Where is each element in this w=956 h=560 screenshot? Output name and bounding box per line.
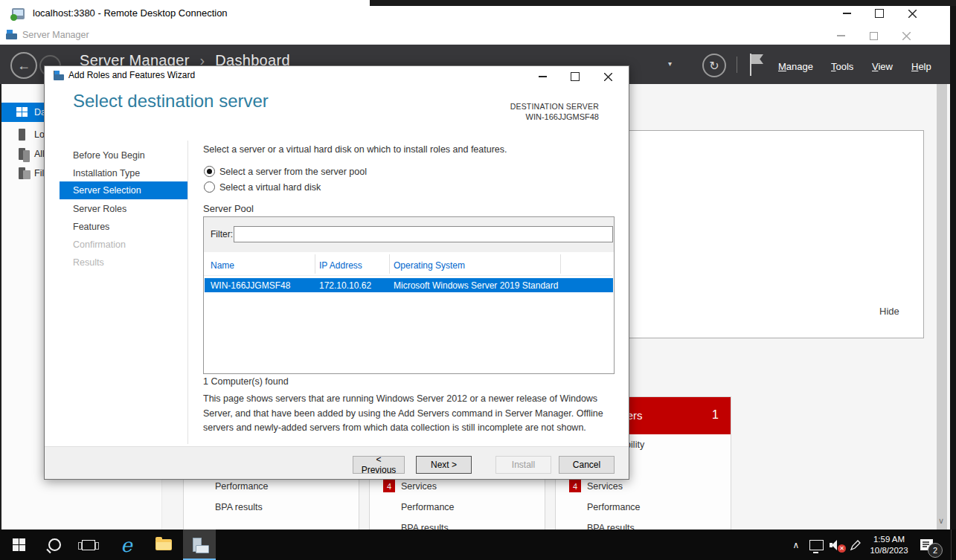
add-roles-features-wizard-dialog: Add Roles and Features Wizard Select des… [44, 65, 629, 480]
wizard-intro-text: Select a server or a virtual hard disk o… [203, 144, 507, 155]
column-separator [315, 254, 315, 274]
notification-count-badge[interactable]: 2 [928, 543, 943, 558]
file-storage-icon [19, 167, 25, 179]
column-header-ip-address[interactable]: IP Address [319, 260, 362, 271]
wizard-close-button[interactable] [591, 68, 624, 85]
wizard-titlebar: Add Roles and Features Wizard [45, 66, 629, 85]
column-separator [389, 254, 390, 274]
restore-icon [870, 32, 878, 40]
wizard-step-server-selection[interactable]: Server Selection [60, 181, 187, 199]
menu-manage[interactable]: Manage [778, 59, 813, 73]
tray-volume-button[interactable]: ✕ [826, 530, 847, 560]
filter-label: Filter: [211, 229, 233, 239]
vertical-scrollbar[interactable] [937, 84, 947, 530]
menu-help[interactable]: Help [911, 59, 931, 73]
next-button[interactable]: Next > [416, 456, 472, 474]
search-button[interactable] [39, 530, 70, 560]
minimize-icon [843, 13, 851, 14]
server-pool-box: Filter: Name IP Address Operating System… [203, 216, 615, 374]
back-button[interactable]: ← [10, 52, 37, 79]
show-desktop-divider[interactable] [951, 530, 952, 560]
filter-input[interactable] [234, 226, 613, 242]
windows-logo-icon [13, 538, 25, 551]
server-manager-titlebar: Server Manager [0, 26, 950, 45]
tile-row-performance[interactable]: Performance [215, 481, 269, 492]
file-explorer-button[interactable] [147, 530, 180, 560]
server-pool-section-title: Server Pool [203, 203, 254, 214]
column-header-name[interactable]: Name [211, 260, 234, 271]
rdp-maximize-button[interactable] [863, 5, 896, 22]
radio-select-vhd[interactable] [204, 181, 215, 193]
tray-clock[interactable]: 1:59 AM 10/8/2023 [862, 530, 917, 560]
menu-tools[interactable]: Tools [831, 59, 853, 73]
server-pool-filter-bar: Filter: [204, 217, 614, 252]
close-icon [908, 10, 917, 18]
server-manager-window-title: Server Manager [22, 30, 89, 40]
wizard-step-installation-type[interactable]: Installation Type [73, 168, 140, 178]
tile-row-services[interactable]: Services [401, 481, 437, 492]
server-manager-app-icon [6, 30, 17, 39]
wizard-page-heading: Select destination server [73, 91, 269, 112]
column-separator [560, 254, 561, 274]
services-alert-badge[interactable]: 4 [383, 480, 395, 492]
radio-select-server-pool[interactable] [204, 166, 215, 177]
tile-row-performance[interactable]: Performance [401, 502, 455, 512]
tile-row-services[interactable]: Services [587, 481, 623, 492]
refresh-button[interactable]: ↻ [702, 54, 726, 77]
tray-show-hidden-icons-button[interactable]: ∧ [787, 530, 805, 560]
wizard-minimize-button[interactable] [526, 68, 559, 85]
dashboard-icon [16, 107, 28, 118]
wizard-step-label: Server Selection [73, 185, 141, 196]
rdp-minimize-button[interactable] [830, 5, 863, 22]
wizard-nav-divider [187, 141, 188, 444]
wizard-maximize-button[interactable] [559, 68, 591, 85]
previous-button[interactable]: < Previous [353, 456, 405, 474]
radio-select-vhd-label[interactable]: Select a virtual hard disk [219, 182, 321, 193]
file-explorer-icon [155, 539, 172, 550]
tray-network-button[interactable] [806, 530, 826, 560]
wizard-step-before-you-begin[interactable]: Before You Begin [73, 150, 145, 161]
wizard-step-results: Results [73, 257, 104, 268]
cancel-button[interactable]: Cancel [559, 456, 615, 474]
maximize-icon [571, 72, 580, 81]
start-button[interactable] [3, 530, 34, 560]
minimize-icon [837, 35, 845, 36]
hide-welcome-link[interactable]: Hide [879, 306, 899, 317]
sm-minimize-button[interactable] [824, 28, 857, 44]
destination-server-label: DESTINATION SERVER [510, 102, 599, 111]
scrollbar-down-arrow[interactable]: ∨ [938, 516, 944, 526]
server-manager-taskbar-button[interactable] [183, 530, 216, 560]
notifications-flag-icon[interactable] [750, 54, 766, 76]
wizard-step-features[interactable]: Features [73, 222, 109, 232]
radio-select-server-pool-label[interactable]: Select a server from the server pool [219, 167, 367, 177]
wizard-step-server-roles[interactable]: Server Roles [73, 204, 126, 214]
tile-row-performance[interactable]: Performance [587, 502, 641, 512]
chevron-down-icon[interactable]: ▾ [668, 59, 672, 68]
internet-explorer-icon: e [121, 535, 132, 555]
sm-restore-button[interactable] [857, 28, 890, 44]
header-divider [737, 57, 737, 73]
services-alert-badge[interactable]: 4 [569, 480, 581, 492]
tile-row-bpa-results[interactable]: BPA results [215, 502, 263, 512]
tray-date: 10/8/2023 [870, 545, 908, 556]
pen-icon [850, 539, 862, 551]
menu-view[interactable]: View [872, 59, 893, 73]
search-icon [48, 538, 61, 551]
install-button[interactable]: Install [495, 456, 551, 474]
close-icon [604, 73, 612, 81]
server-name-cell: WIN-166JJGMSF48 [211, 280, 290, 291]
taskbar: e ∧ ✕ 1:59 AM 10/8/2023 [0, 530, 956, 560]
column-header-operating-system[interactable]: Operating System [394, 260, 465, 271]
maximize-icon [875, 9, 884, 18]
internet-explorer-button[interactable]: e [110, 530, 143, 560]
close-icon [902, 32, 911, 40]
rdp-window-title: localhost:3380 - Remote Desktop Connecti… [33, 7, 228, 19]
server-ip-cell: 172.10.10.62 [319, 280, 371, 291]
server-pool-row-selected[interactable]: WIN-166JJGMSF48 172.10.10.62 Microsoft W… [205, 278, 613, 292]
rdp-close-button[interactable] [896, 5, 928, 22]
header-underline [204, 275, 612, 276]
destination-server-value: WIN-166JJGMSF48 [526, 112, 599, 121]
task-view-button[interactable] [73, 530, 104, 560]
sm-close-button[interactable] [890, 28, 923, 44]
minimize-icon [539, 76, 547, 77]
